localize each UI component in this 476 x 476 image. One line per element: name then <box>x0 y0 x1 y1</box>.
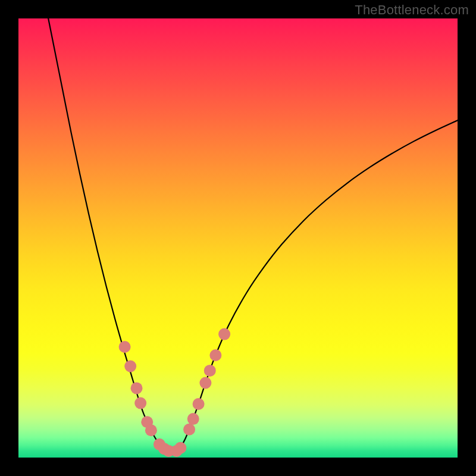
right-curve <box>177 120 458 451</box>
marker-dot <box>183 424 195 436</box>
left-curve <box>48 18 168 451</box>
marker-dot <box>134 397 146 409</box>
marker-dot <box>199 377 211 389</box>
marker-dot <box>145 424 157 436</box>
marker-dot <box>209 349 221 361</box>
chart-svg <box>18 18 458 458</box>
plot-area <box>18 18 458 458</box>
marker-dot <box>131 382 143 394</box>
marker-dot <box>124 360 136 372</box>
chart-frame: TheBottleneck.com <box>0 0 476 476</box>
watermark-text: TheBottleneck.com <box>355 2 469 18</box>
marker-dot <box>218 328 230 340</box>
marker-dot <box>204 365 216 377</box>
marker-dot <box>193 398 205 410</box>
marker-dot <box>187 413 199 425</box>
salmon-markers <box>119 328 231 457</box>
marker-dot <box>119 341 131 353</box>
marker-dot <box>174 442 186 454</box>
